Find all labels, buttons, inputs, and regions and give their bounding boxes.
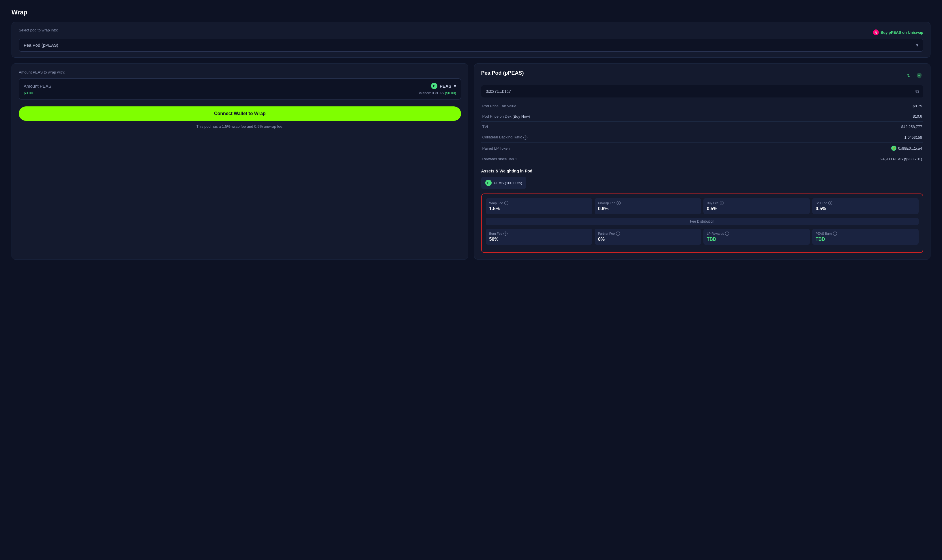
wrap-fee-info-icon[interactable]: i	[504, 201, 508, 205]
wrap-fee-label: Wrap Fee i	[489, 201, 589, 205]
partner-fee-card: Partner Fee i 0%	[595, 229, 701, 245]
sell-fee-value: 0.5%	[816, 206, 915, 211]
fee-distribution-label: Fee Distribution	[486, 218, 919, 225]
burn-fee-value: 50%	[489, 237, 589, 242]
fee-grid-wrapper: Wrap Fee i 1.5% Unwrap Fee i 0.9% Buy Fe…	[481, 194, 923, 253]
amount-input-box: P PEAS ▾ $0.00 Balance: 0 PEAS ($0.00)	[19, 78, 461, 100]
rewards-label: Rewards since Jan 1	[481, 154, 716, 165]
rewards-row: Rewards since Jan 1 24,930 PEAS ($238,70…	[481, 154, 923, 165]
connect-wallet-button[interactable]: Connect Wallet to Wrap	[19, 106, 461, 121]
amount-peas-input[interactable]	[24, 84, 283, 89]
lp-token-icon: 🟢	[891, 146, 896, 151]
asset-badge: P PEAS (100.00%)	[481, 177, 526, 189]
pod-info-table: Pod Price Fair Value $9.75 Pod Price on …	[481, 101, 923, 164]
amount-bottom-row: $0.00 Balance: 0 PEAS ($0.00)	[24, 91, 456, 95]
top-section: Select pod to wrap into: 🦄 Buy pPEAS on …	[19, 28, 923, 52]
partner-fee-value: 0%	[598, 237, 698, 242]
copy-icon[interactable]: ⧉	[916, 89, 919, 94]
top-row: Select pod to wrap into: 🦄 Buy pPEAS on …	[19, 28, 923, 35]
burn-fee-card: Burn Fee i 50%	[486, 229, 592, 245]
pod-price-fair-label: Pod Price Fair Value	[481, 101, 716, 111]
collateral-info-icon[interactable]: i	[523, 135, 527, 140]
tvl-value: $42,258,777	[716, 122, 923, 132]
token-selector[interactable]: P PEAS ▾	[431, 83, 456, 89]
distribution-grid: Burn Fee i 50% Partner Fee i 0% LP Rewar…	[486, 229, 919, 245]
burn-fee-info-icon[interactable]: i	[503, 232, 507, 235]
pod-price-fair-row: Pod Price Fair Value $9.75	[481, 101, 923, 111]
select-pod-label: Select pod to wrap into:	[19, 28, 58, 32]
buy-ppeas-link[interactable]: 🦄 Buy pPEAS on Uniswap	[873, 29, 923, 35]
paired-lp-row: Paired LP Token 🟢 0x88E0...1ca4	[481, 143, 923, 154]
wrap-fee-value: 1.5%	[489, 206, 589, 211]
buy-fee-label: Buy Fee i	[707, 201, 806, 205]
unwrap-fee-info-icon[interactable]: i	[617, 201, 621, 205]
buy-fee-value: 0.5%	[707, 206, 806, 211]
uniswap-icon: 🦄	[873, 29, 879, 35]
partner-fee-label: Partner Fee i	[598, 232, 698, 235]
burn-fee-label: Burn Fee i	[489, 232, 589, 235]
tvl-label: TVL	[481, 122, 716, 132]
peas-asset-icon: P	[485, 180, 492, 186]
page-title: Wrap	[12, 9, 930, 16]
collateral-label: Collateral Backing Ratio i	[481, 132, 716, 143]
pod-selector-card: Select pod to wrap into: 🦄 Buy pPEAS on …	[12, 22, 930, 58]
tvl-row: TVL $42,258,777	[481, 122, 923, 132]
pod-price-dex-label: Pod Price on Dex (Buy Now)	[481, 111, 716, 122]
unwrap-fee-value: 0.9%	[598, 206, 698, 211]
unwrap-fee-label: Unwrap Fee i	[598, 201, 698, 205]
lp-rewards-info-icon[interactable]: i	[725, 232, 729, 235]
lp-rewards-value: TBD	[707, 237, 806, 242]
paired-lp-label: Paired LP Token	[481, 143, 716, 154]
unwrap-fee-card: Unwrap Fee i 0.9%	[595, 198, 701, 214]
pod-price-dex-row: Pod Price on Dex (Buy Now) $10.6	[481, 111, 923, 122]
asset-badge-text: PEAS (100.00%)	[494, 181, 522, 185]
peas-burn-label: PEAS Burn i	[816, 232, 915, 235]
sell-fee-info-icon[interactable]: i	[828, 201, 833, 205]
pod-dropdown-selected: Pea Pod (pPEAS)	[24, 43, 58, 48]
peas-burn-value: TBD	[816, 237, 915, 242]
right-panel: Pea Pod (pPEAS) ↻ 0x027c...b1c7 ⧉ Pod Pr…	[474, 63, 931, 260]
fee-note: This pod has a 1.5% wrap fee and 0.9% un…	[19, 124, 461, 129]
contract-address: 0x027c...b1c7	[486, 89, 511, 94]
paired-lp-value: 🟢 0x88E0...1ca4	[716, 143, 923, 154]
icon-row: ↻	[905, 72, 923, 80]
main-grid: Amount PEAS to wrap with: P PEAS ▾ $0.00…	[12, 63, 930, 260]
pod-price-dex-value: $10.6	[716, 111, 923, 122]
peas-burn-info-icon[interactable]: i	[833, 232, 837, 235]
lp-rewards-label: LP Rewards i	[707, 232, 806, 235]
assets-section: Assets & Weighting in Pod P PEAS (100.00…	[481, 169, 923, 189]
amount-input-top: P PEAS ▾	[24, 83, 456, 89]
balance-text: Balance: 0 PEAS ($0.00)	[418, 91, 456, 95]
token-chevron-icon: ▾	[454, 83, 456, 89]
pod-price-fair-value: $9.75	[716, 101, 923, 111]
buy-ppeas-text: Buy pPEAS on Uniswap	[880, 30, 923, 35]
pod-dropdown[interactable]: Pea Pod (pPEAS) ▾	[19, 38, 923, 52]
buy-fee-card: Buy Fee i 0.5%	[703, 198, 810, 214]
right-panel-title: Pea Pod (pPEAS)	[481, 70, 524, 76]
lp-token-row: 🟢 0x88E0...1ca4	[717, 146, 922, 151]
peas-burn-card: PEAS Burn i TBD	[812, 229, 919, 245]
assets-section-title: Assets & Weighting in Pod	[481, 169, 923, 173]
refresh-icon[interactable]: ↻	[905, 72, 913, 80]
rewards-value: 24,930 PEAS ($238,701)	[716, 154, 923, 165]
collateral-value: 1.0453158	[716, 132, 923, 143]
sell-fee-label: Sell Fee i	[816, 201, 915, 205]
amount-label: Amount PEAS to wrap with:	[19, 70, 461, 74]
buy-fee-info-icon[interactable]: i	[720, 201, 724, 205]
token-name-label: PEAS	[440, 84, 452, 89]
wrap-fee-card: Wrap Fee i 1.5%	[486, 198, 592, 214]
lp-rewards-card: LP Rewards i TBD	[703, 229, 810, 245]
fee-grid: Wrap Fee i 1.5% Unwrap Fee i 0.9% Buy Fe…	[486, 198, 919, 214]
buy-now-link[interactable]: Buy Now	[514, 114, 529, 118]
usd-value: $0.00	[24, 91, 33, 95]
left-panel: Amount PEAS to wrap with: P PEAS ▾ $0.00…	[12, 63, 468, 260]
collateral-row: Collateral Backing Ratio i 1.0453158	[481, 132, 923, 143]
address-row: 0x027c...b1c7 ⧉	[481, 85, 923, 97]
shield-check-icon	[915, 72, 923, 80]
partner-fee-info-icon[interactable]: i	[616, 232, 620, 235]
right-panel-header: Pea Pod (pPEAS) ↻	[481, 70, 923, 81]
peas-token-icon: P	[431, 83, 437, 89]
chevron-down-icon: ▾	[916, 42, 918, 48]
sell-fee-card: Sell Fee i 0.5%	[812, 198, 919, 214]
